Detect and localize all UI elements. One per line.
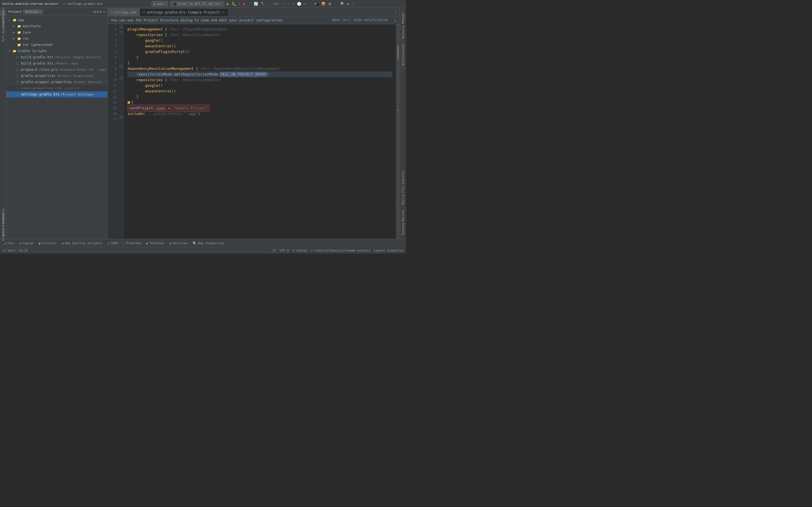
fold-6 [119,52,123,58]
bottom-todo-button[interactable]: ☑ TODO [105,240,120,247]
tree-arrow-res: ▶ [13,37,17,40]
vertical-scrollbar[interactable] [398,24,399,239]
tree-item-manifests[interactable]: ▶ 📁 manifests [6,23,107,29]
sidebar-item-project[interactable]: Project [0,10,6,16]
bottom-problems-button[interactable]: ⚠ Problems [121,240,144,247]
more-icon[interactable]: ⋮ [352,2,355,6]
app-inspection-label: App Inspection [198,241,224,245]
sdk-manager-icon[interactable]: 📦 [321,2,326,6]
sidebar-item-pull-requests[interactable]: Pull Requests [0,27,6,34]
git-check1[interactable]: ✓ [283,2,286,6]
code-line-7: } [128,60,393,66]
code-line-14: } [128,100,393,105]
status-charset[interactable]: UTF-8 [280,249,289,252]
tree-item-build-gradle-project[interactable]: ⬡ build.gradle.kts (Project: Sample_Proj… [6,54,107,60]
tree-item-app[interactable]: ▾ 📁 app [6,17,107,23]
tab-strings-xml[interactable]: ⬡ strings.xml [108,8,140,16]
scrollbar-area[interactable] [396,24,400,239]
settings-icon[interactable]: ⚙ [347,2,349,6]
tree-item-gradle-wrapper[interactable]: ⬡ gradle-wrapper.properties (Gradle Vers… [6,79,107,85]
git-history[interactable]: 🕐 [297,2,301,6]
sync-button[interactable]: 🔄 [254,2,258,6]
tree-item-build-gradle-module[interactable]: ⬡ build.gradle.kts (Module :app) [6,60,107,66]
panel-action-settings[interactable]: ⚙ [100,10,102,14]
bottom-app-quality-button[interactable]: ◈ App Quality Insights [59,240,105,247]
code-line-6: } [128,55,393,60]
fold-btn-17[interactable]: + [120,116,123,119]
fold-11 [119,80,123,86]
fold-10[interactable]: - [119,75,123,80]
tree-label-build-gradle-project: build.gradle.kts [21,55,54,59]
stop-button[interactable]: ■ [243,2,245,6]
tree-label-res-gen: res (generated) [22,43,53,47]
status-line-ending[interactable]: LF [273,249,276,252]
app-quality-label: App Quality Insights [65,241,102,245]
tree-item-proguard[interactable]: ⬡ proguard-rules.pro (ProGuard Rules for… [6,66,107,73]
sidebar-item-structure[interactable]: Structure [0,230,6,237]
run-button[interactable]: ▶ [227,1,230,6]
project-view-dropdown[interactable]: Android ▾ [23,9,43,14]
tree-item-local-props[interactable]: ⬡ local.properties (SDK Location) [6,85,107,91]
device-manager-icon[interactable]: 📲 [314,2,319,6]
git-push[interactable]: ↑ [292,2,295,6]
todo-icon: ☑ [107,241,109,245]
panel-action-close[interactable]: × [103,10,105,14]
fold-17[interactable]: + [119,114,123,120]
git-check2[interactable]: ✓ [288,2,290,6]
ln-15: 15 [108,105,117,111]
build-button[interactable]: 🔨 [260,2,265,6]
profile-button[interactable]: ⚡ [239,2,241,6]
run-config-dropdown[interactable]: ▶ app ▾ [151,1,168,6]
panel-action-collapse[interactable]: ⊟ [97,10,99,14]
panel-action-expand[interactable]: ⊞ [94,10,96,14]
tree-item-java[interactable]: ▶ 📁 java [6,29,107,36]
code-content[interactable]: pluginManagement { this: PluginManagemen… [124,24,396,239]
bottom-toolbar: ⎇ Git ≡ Logcat ◉ Profiler ◈ App Quality … [0,239,406,247]
hide-notification-button[interactable]: Hide notification [354,18,389,22]
bottom-profiler-button[interactable]: ◉ Profiler [36,240,59,247]
bottom-services-button[interactable]: ⚙ Services [167,240,190,247]
tab-settings-gradle[interactable]: ⬡ settings.gradle.kts (Sample Project) × [140,8,229,16]
debug-button[interactable]: 🐛 [232,2,236,6]
fold-8[interactable]: - [119,64,123,69]
tree-item-gradle-scripts[interactable]: ▾ 📂 Gradle Scripts [6,48,107,54]
run-config-label: app [157,2,162,6]
right-panel-notifications[interactable]: Notifications [401,42,405,67]
status-indent[interactable]: 4 spaces [292,249,307,252]
avd-icon[interactable]: 🖥 [328,2,332,6]
tab-more-button[interactable]: ⋮ [392,10,400,14]
device-chevron: ▾ [220,2,222,6]
fold-btn-8[interactable]: - [120,65,123,68]
notification-text: You can use the Project Structure dialog… [111,18,282,22]
tree-item-gradle-props[interactable]: ⬡ gradle.properties (Project Properties) [6,73,107,79]
tab-close-settings[interactable]: × [221,10,225,14]
fold-2[interactable]: - [119,30,123,36]
fold-btn-2[interactable]: - [120,31,123,34]
right-panel-running-devices[interactable]: Running Devices [401,208,405,237]
tree-meta-build-gradle-module: (Module :app) [55,62,79,65]
services-icon: ⚙ [169,241,171,245]
fold-btn-10[interactable]: - [120,76,123,79]
status-git-branch[interactable]: ⎇ main [2,249,15,252]
tree-item-settings-gradle[interactable]: ⬡ settings.gradle.kts (Project Settings) [6,91,107,98]
layout-inspector-button[interactable]: Layout Inspector [374,249,404,252]
right-panel-device-file-explorer[interactable]: Device File Explorer [401,169,405,206]
line-numbers: 1 2 3 4 5 6 7 8 9 10 11 12 13 14 15 16 1 [108,24,119,239]
tree-item-res-gen[interactable]: ▶ 📁 res (generated) [6,42,107,48]
fold-btn-1[interactable]: - [120,25,123,29]
device-selector[interactable]: 📱 Pixel_3a_API_33_x86_64 ▾ [170,1,224,6]
git-undo[interactable]: ↩ [304,2,306,6]
fold-1[interactable]: - [119,24,123,30]
tree-item-res[interactable]: ▶ 📁 res [6,36,107,42]
bottom-logcat-button[interactable]: ≡ Logcat [17,240,36,247]
tree-arrow-manifests: ▶ [13,25,17,27]
open-button[interactable]: Open (⌘;) [332,18,350,22]
right-panel-resource-manager[interactable]: Resource Manager [401,10,405,41]
bottom-app-inspection-button[interactable]: 🔍 App Inspection [190,240,226,247]
gradle-icon-build-module: ⬡ [15,61,20,66]
code-l4-indent [128,43,145,49]
profiler-label: Profiler [42,241,57,245]
bottom-terminal-button[interactable]: ▶ Terminal [144,240,167,247]
search-global[interactable]: 🔍 [340,2,345,6]
status-breadcrumb[interactable]: ⌥ tutorial/basics/rename-project [311,249,370,252]
